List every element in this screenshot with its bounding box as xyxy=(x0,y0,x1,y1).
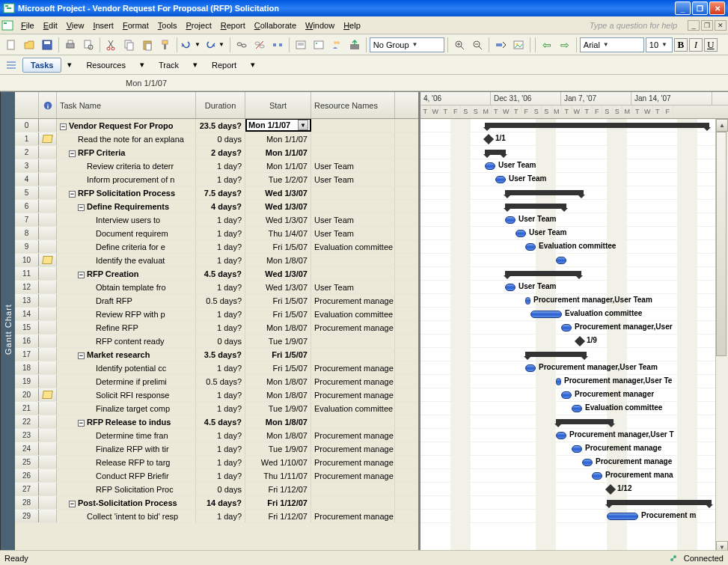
task-row[interactable]: 11−RFP Creation4.5 days?Wed 1/3/07 xyxy=(15,267,418,281)
resource-cell[interactable] xyxy=(311,483,395,495)
goto-task-button[interactable] xyxy=(492,37,509,53)
menu-collaborate[interactable]: Collaborate xyxy=(250,19,301,31)
duration-cell[interactable]: 1 day? xyxy=(196,321,245,334)
task-name-cell[interactable]: Identify the evaluat xyxy=(57,254,196,266)
gantt-task-bar[interactable] xyxy=(556,432,566,439)
maximize-button[interactable]: ❐ xyxy=(692,1,708,15)
task-row[interactable]: 4Inform procurement of n1 day?Tue 1/2/07… xyxy=(15,173,418,186)
resource-cell[interactable]: Procurement manage xyxy=(311,388,395,401)
print-preview-button[interactable] xyxy=(80,37,97,53)
duration-cell[interactable]: 0.5 days? xyxy=(196,294,245,307)
start-cell[interactable]: Mon 1/8/07 xyxy=(245,415,311,428)
duration-cell[interactable]: 1 day? xyxy=(196,361,245,374)
resource-cell[interactable] xyxy=(311,348,395,361)
duration-cell[interactable]: 1 day? xyxy=(196,213,245,226)
report-tab[interactable]: Report xyxy=(204,58,245,73)
task-row[interactable]: 25Release RFP to targ1 day?Wed 1/10/07Pr… xyxy=(15,456,418,469)
task-name-cell[interactable]: Solicit RFI response xyxy=(57,388,196,401)
task-row[interactable]: 13Draft RFP0.5 days?Fri 1/5/07Procuremen… xyxy=(15,294,418,308)
start-cell[interactable]: Fri 1/12/07 xyxy=(245,483,311,495)
task-row[interactable]: 21Finalize target comp1 day?Tue 1/9/07Ev… xyxy=(15,402,418,415)
help-search-box[interactable]: Type a question for help xyxy=(590,21,683,30)
task-row[interactable]: 22−RFP Release to indus4.5 days?Mon 1/8/… xyxy=(15,415,418,429)
row-id[interactable]: 20 xyxy=(15,388,39,401)
start-header[interactable]: Start xyxy=(245,92,311,118)
duration-cell[interactable]: 1 day? xyxy=(196,281,245,293)
task-row[interactable]: 24Finalize RFP with tir1 day?Tue 1/9/07P… xyxy=(15,442,418,456)
resource-cell[interactable]: Procurement manage xyxy=(311,469,395,482)
publish-button[interactable] xyxy=(346,37,363,53)
date-dropdown-button[interactable]: ▼ xyxy=(298,120,308,130)
row-id[interactable]: 18 xyxy=(15,361,39,374)
row-id[interactable]: 19 xyxy=(15,375,39,388)
start-cell[interactable]: Wed 1/3/07 xyxy=(245,213,311,226)
resource-cell[interactable] xyxy=(311,496,395,509)
task-row[interactable]: 14Review RFP with p1 day?Fri 1/5/07Evalu… xyxy=(15,308,418,321)
zoom-out-button[interactable] xyxy=(469,37,486,53)
resource-names-header[interactable]: Resource Names xyxy=(311,92,395,118)
duration-cell[interactable]: 3.5 days? xyxy=(196,348,245,361)
outline-toggle[interactable]: − xyxy=(78,352,85,359)
start-cell[interactable]: Wed 1/3/07 xyxy=(245,200,311,213)
task-name-cell[interactable]: Draft RFP xyxy=(57,294,196,307)
row-id[interactable]: 26 xyxy=(15,469,39,482)
row-selector-header[interactable] xyxy=(15,92,39,118)
task-row[interactable]: 2−RFP Criteria2 days?Mon 1/1/07 xyxy=(15,146,418,159)
gantt-summary-bar[interactable] xyxy=(525,352,587,357)
resource-cell[interactable] xyxy=(311,200,395,213)
resource-cell[interactable]: Procurement manage xyxy=(311,510,395,522)
paste-button[interactable] xyxy=(139,37,156,53)
resource-cell[interactable]: Procurement manage xyxy=(311,361,395,374)
task-name-cell[interactable]: Identify potential cc xyxy=(57,361,196,374)
gantt-body[interactable]: 1/1User TeamUser TeamUser TeamUser TeamE… xyxy=(420,119,728,565)
menu-format[interactable]: Format xyxy=(118,19,153,31)
task-row[interactable]: 9Define criteria for e1 day?Fri 1/5/07Ev… xyxy=(15,240,418,254)
menu-tools[interactable]: Tools xyxy=(153,19,182,31)
duration-cell[interactable]: 1 day? xyxy=(196,159,245,172)
task-name-cell[interactable]: Obtain template fro xyxy=(57,281,196,293)
task-name-cell[interactable]: Release RFP to targ xyxy=(57,456,196,468)
task-row[interactable]: 12Obtain template fro1 day?Wed 1/3/07Use… xyxy=(15,281,418,294)
tasks-dropdown[interactable]: ▾ xyxy=(64,58,75,72)
task-name-cell[interactable]: Document requirem xyxy=(57,227,196,239)
resources-tab[interactable]: Resources xyxy=(78,58,134,73)
report-dropdown[interactable]: ▾ xyxy=(248,58,258,72)
task-name-cell[interactable]: Finalize target comp xyxy=(57,402,196,415)
start-cell[interactable]: Mon 1/8/07 xyxy=(245,254,311,266)
gantt-task-bar[interactable] xyxy=(530,311,562,318)
row-id[interactable]: 28 xyxy=(15,496,39,509)
nav-back-button[interactable]: ⇦ xyxy=(539,37,555,53)
gantt-task-bar[interactable] xyxy=(572,405,582,412)
resource-cell[interactable]: User Team xyxy=(311,173,395,186)
start-cell[interactable]: Tue 1/2/07 xyxy=(245,173,311,186)
resource-cell[interactable]: User Team xyxy=(311,281,395,293)
task-row[interactable]: 0−Vendor Request For Propo23.5 days?Mon … xyxy=(15,119,418,132)
redo-button[interactable]: ▼ xyxy=(204,39,227,51)
task-row[interactable]: 6−Define Requirements4 days?Wed 1/3/07 xyxy=(15,200,418,213)
view-list-button[interactable] xyxy=(3,57,19,73)
resource-cell[interactable]: User Team xyxy=(311,213,395,226)
resource-cell[interactable] xyxy=(311,119,395,132)
row-id[interactable]: 10 xyxy=(15,254,39,266)
duration-cell[interactable]: 4.5 days? xyxy=(196,267,245,280)
row-id[interactable]: 7 xyxy=(15,213,39,226)
task-row[interactable]: 16RFP content ready0 daysTue 1/9/07 xyxy=(15,335,418,348)
resource-cell[interactable] xyxy=(311,415,395,428)
task-name-header[interactable]: Task Name xyxy=(57,92,196,118)
task-name-cell[interactable]: Finalize RFP with tir xyxy=(57,442,196,455)
start-cell[interactable]: Fri 1/12/07 xyxy=(245,496,311,509)
row-id[interactable]: 17 xyxy=(15,348,39,361)
unlink-tasks-button[interactable] xyxy=(251,37,268,53)
resource-cell[interactable]: Evaluation committee xyxy=(311,308,395,320)
gantt-summary-bar[interactable] xyxy=(505,204,566,209)
start-cell[interactable]: Wed 1/3/07 xyxy=(245,186,311,199)
row-id[interactable]: 0 xyxy=(15,119,39,132)
task-name-cell[interactable]: Refine RFP xyxy=(57,321,196,334)
task-name-cell[interactable]: −RFP Criteria xyxy=(57,146,196,159)
new-button[interactable] xyxy=(3,37,19,53)
task-row[interactable]: 19Determine if prelimi0.5 days?Mon 1/8/0… xyxy=(15,375,418,388)
task-row[interactable]: 27RFP Solicitation Proc0 daysFri 1/12/07 xyxy=(15,483,418,496)
menu-file[interactable]: File xyxy=(16,19,39,31)
start-cell[interactable]: Wed 1/10/07 xyxy=(245,456,311,468)
gantt-summary-bar[interactable] xyxy=(485,150,506,155)
